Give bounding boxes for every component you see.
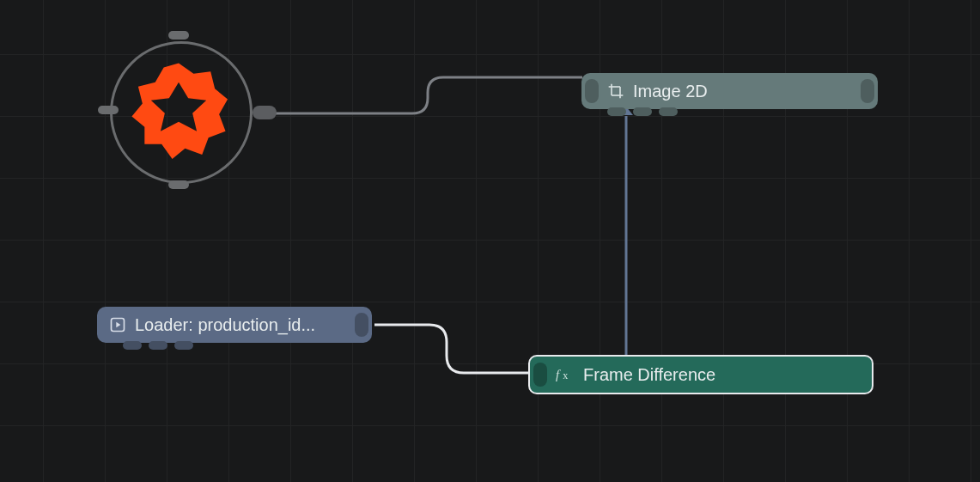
- source-port-top[interactable]: [168, 31, 189, 40]
- node-frame-label: Frame Difference: [583, 365, 715, 385]
- play-box-icon: [109, 316, 126, 333]
- node-loader-bottom-port[interactable]: [123, 341, 142, 350]
- node-graph-canvas[interactable]: Image 2D Loader: production_id... f: [0, 0, 980, 482]
- source-port-right[interactable]: [253, 106, 277, 119]
- source-port-left[interactable]: [98, 106, 119, 114]
- node-image-bottom-port[interactable]: [633, 107, 652, 116]
- crop-frame-icon: [607, 82, 624, 100]
- node-frame-difference[interactable]: f x Frame Difference: [528, 355, 873, 394]
- gear-star-icon: [125, 57, 232, 163]
- node-image-2d[interactable]: Image 2D: [581, 73, 878, 109]
- node-loader-output-port[interactable]: [355, 313, 368, 337]
- svg-text:x: x: [563, 369, 568, 381]
- node-loader-bottom-port[interactable]: [174, 341, 193, 350]
- wire-source-to-image: [275, 77, 582, 113]
- node-frame-input-port[interactable]: [533, 363, 547, 387]
- fx-icon: f x: [556, 366, 575, 383]
- node-loader[interactable]: Loader: production_id...: [97, 307, 372, 343]
- svg-text:f: f: [556, 368, 561, 381]
- node-image-label: Image 2D: [633, 82, 708, 101]
- node-image-input-port[interactable]: [585, 79, 599, 103]
- node-loader-bottom-ports: [123, 341, 193, 350]
- node-loader-label: Loader: production_id...: [135, 315, 315, 335]
- node-image-bottom-port[interactable]: [607, 107, 626, 116]
- node-image-bottom-ports: [607, 107, 678, 116]
- node-loader-bottom-port[interactable]: [149, 341, 167, 350]
- node-image-bottom-port[interactable]: [659, 107, 678, 116]
- source-node[interactable]: [93, 24, 265, 196]
- node-image-output-port[interactable]: [861, 79, 874, 103]
- source-port-bottom[interactable]: [168, 180, 189, 189]
- wire-loader-to-frame: [374, 325, 529, 373]
